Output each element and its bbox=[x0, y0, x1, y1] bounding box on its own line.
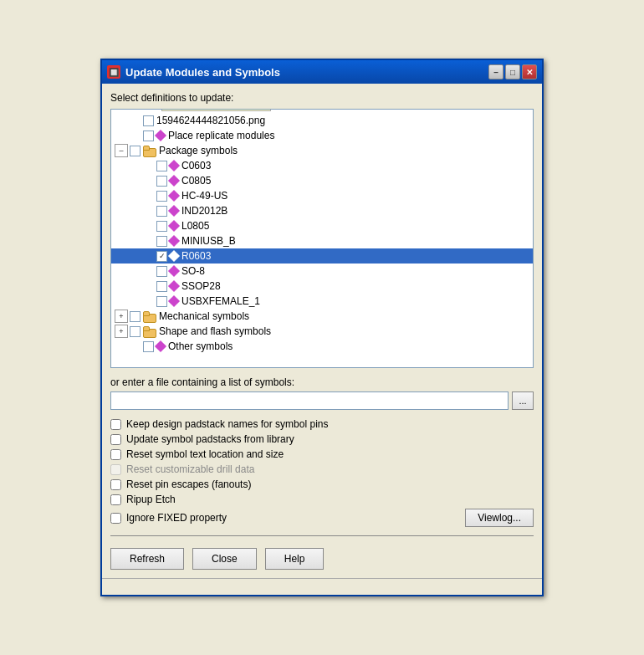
item-label-mechanical: Mechanical symbols bbox=[159, 310, 249, 322]
viewlog-button[interactable]: Viewlog... bbox=[465, 509, 534, 527]
option-checkbox-7[interactable] bbox=[110, 513, 121, 524]
option-label-4: Reset customizable drill data bbox=[126, 463, 254, 475]
minimize-button[interactable]: – bbox=[488, 64, 503, 79]
item-label-c0805: C0805 bbox=[181, 175, 211, 187]
checkbox-ssop28[interactable] bbox=[156, 281, 167, 292]
option-checkbox-3[interactable] bbox=[110, 449, 121, 460]
item-label-l0805: L0805 bbox=[181, 220, 209, 232]
tree-item-package-symbols[interactable]: – Package symbols bbox=[111, 143, 533, 158]
item-label-root-file: 1594624444821056.png bbox=[156, 115, 265, 126]
tree-item-so8[interactable]: SO-8 bbox=[111, 264, 533, 279]
title-buttons: – □ ✕ bbox=[488, 64, 537, 79]
item-label-package-symbols: Package symbols bbox=[159, 145, 238, 156]
tree-item-other[interactable]: Other symbols bbox=[111, 339, 533, 354]
item-label-other: Other symbols bbox=[168, 340, 233, 352]
option-row-5: Reset pin escapes (fanouts) bbox=[110, 478, 534, 490]
checkbox-r0603[interactable] bbox=[156, 251, 167, 262]
diamond-ssop28 bbox=[168, 280, 180, 292]
checkbox-root-file[interactable] bbox=[143, 115, 154, 126]
item-label-shape-flash: Shape and flash symbols bbox=[159, 325, 271, 337]
option-checkbox-2[interactable] bbox=[110, 434, 121, 445]
item-label-place-replicate: Place replicate modules bbox=[168, 130, 274, 141]
folder-icon-shape-flash bbox=[143, 326, 156, 337]
option-row-1: Keep design padstack names for symbol pi… bbox=[110, 418, 534, 430]
separator bbox=[110, 535, 534, 536]
checkbox-package-symbols[interactable] bbox=[130, 146, 141, 156]
tree-item-mechanical[interactable]: + Mechanical symbols bbox=[111, 309, 533, 324]
close-button[interactable]: Close bbox=[192, 548, 257, 570]
expander-mechanical[interactable]: + bbox=[115, 310, 128, 323]
tree-container[interactable]: 1594624444821056.png 1594624444821056.pn… bbox=[110, 109, 534, 368]
checkbox-c0805[interactable] bbox=[156, 176, 167, 187]
tree-item-miniusb[interactable]: MINIUSB_B bbox=[111, 233, 533, 248]
option-checkbox-1[interactable] bbox=[110, 419, 121, 430]
title-bar: 🔲 Update Modules and Symbols – □ ✕ bbox=[102, 60, 542, 84]
help-button[interactable]: Help bbox=[265, 548, 325, 570]
item-label-ssop28: SSOP28 bbox=[181, 280, 221, 292]
tree-item-usbxfemale[interactable]: USBXFEMALE_1 bbox=[111, 294, 533, 309]
checkbox-usbxfemale[interactable] bbox=[156, 296, 167, 307]
option-label-2: Update symbol padstacks from library bbox=[126, 433, 294, 445]
diamond-ind2012b bbox=[168, 205, 180, 217]
checkbox-other[interactable] bbox=[143, 341, 154, 352]
checkbox-place-replicate[interactable] bbox=[143, 130, 154, 141]
expander-placeholder bbox=[128, 114, 141, 127]
expander-placeholder-2 bbox=[128, 129, 141, 142]
maximize-button[interactable]: □ bbox=[505, 64, 520, 79]
checkbox-l0805[interactable] bbox=[156, 221, 167, 232]
ep-usbxfemale bbox=[141, 294, 155, 308]
viewlog-row: Ignore FIXED property Viewlog... bbox=[110, 509, 534, 527]
option-checkbox-5[interactable] bbox=[110, 479, 121, 490]
ep-ssop28 bbox=[141, 279, 155, 293]
item-label-r0603: R0603 bbox=[181, 250, 211, 262]
tree-item-shape-flash[interactable]: + Shape and flash symbols bbox=[111, 324, 533, 339]
tree-item-r0603[interactable]: R0603 bbox=[111, 248, 533, 264]
tree-item-l0805[interactable]: L0805 bbox=[111, 218, 533, 233]
item-label-usbxfemale: USBXFEMALE_1 bbox=[181, 295, 260, 307]
expander-shape-flash[interactable]: + bbox=[115, 325, 128, 338]
expander-package-symbols[interactable]: – bbox=[115, 144, 128, 157]
diamond-hc49us bbox=[168, 190, 180, 202]
ep-miniusb bbox=[141, 234, 155, 248]
diamond-icon-place-replicate bbox=[155, 130, 166, 141]
file-input-row: ... bbox=[110, 391, 534, 410]
item-label-ind2012b: IND2012B bbox=[181, 205, 227, 217]
diamond-so8 bbox=[168, 265, 180, 277]
ep-c0805 bbox=[141, 174, 155, 187]
tree-item-c0805[interactable]: C0805 bbox=[111, 173, 533, 188]
browse-button[interactable]: ... bbox=[512, 391, 534, 410]
checkbox-mechanical[interactable] bbox=[130, 311, 141, 322]
tree-item-root-file[interactable]: 1594624444821056.png 1594624444821056.pn… bbox=[111, 113, 533, 128]
checkbox-c0603[interactable] bbox=[156, 161, 167, 171]
bottom-buttons: Refresh Close Help bbox=[110, 543, 534, 570]
file-input[interactable] bbox=[110, 391, 509, 410]
diamond-c0603 bbox=[168, 160, 180, 171]
checkbox-ind2012b[interactable] bbox=[156, 206, 167, 217]
item-label-hc49us: HC-49-US bbox=[181, 190, 227, 202]
tree-item-c0603[interactable]: C0603 bbox=[111, 158, 533, 173]
checkbox-hc49us[interactable] bbox=[156, 191, 167, 202]
checkbox-miniusb[interactable] bbox=[156, 236, 167, 247]
app-icon: 🔲 bbox=[107, 65, 120, 79]
folder-icon-package-symbols bbox=[143, 146, 156, 156]
option-checkbox-6[interactable] bbox=[110, 494, 121, 505]
close-window-button[interactable]: ✕ bbox=[522, 64, 537, 79]
checkbox-shape-flash[interactable] bbox=[130, 326, 141, 337]
tree-item-ssop28[interactable]: SSOP28 bbox=[111, 279, 533, 294]
window-body: Select definitions to update: 1594624444… bbox=[102, 84, 542, 578]
folder-icon-mechanical bbox=[143, 311, 156, 322]
option-row-3: Reset symbol text location and size bbox=[110, 448, 534, 460]
tree-item-place-replicate[interactable]: Place replicate modules bbox=[111, 128, 533, 143]
checkbox-so8[interactable] bbox=[156, 266, 167, 277]
refresh-button[interactable]: Refresh bbox=[110, 548, 184, 570]
window-title: Update Modules and Symbols bbox=[125, 66, 280, 79]
ep-l0805 bbox=[141, 219, 155, 233]
tree-item-hc49us[interactable]: HC-49-US bbox=[111, 188, 533, 203]
file-input-section: or enter a file containing a list of sym… bbox=[110, 376, 534, 410]
option-label-5: Reset pin escapes (fanouts) bbox=[126, 478, 251, 490]
options-section: Keep design padstack names for symbol pi… bbox=[110, 418, 534, 527]
status-bar bbox=[102, 578, 542, 595]
main-window: 🔲 Update Modules and Symbols – □ ✕ Selec… bbox=[100, 59, 544, 596]
tree-item-ind2012b[interactable]: IND2012B bbox=[111, 203, 533, 218]
ep-ind2012b bbox=[141, 204, 155, 217]
